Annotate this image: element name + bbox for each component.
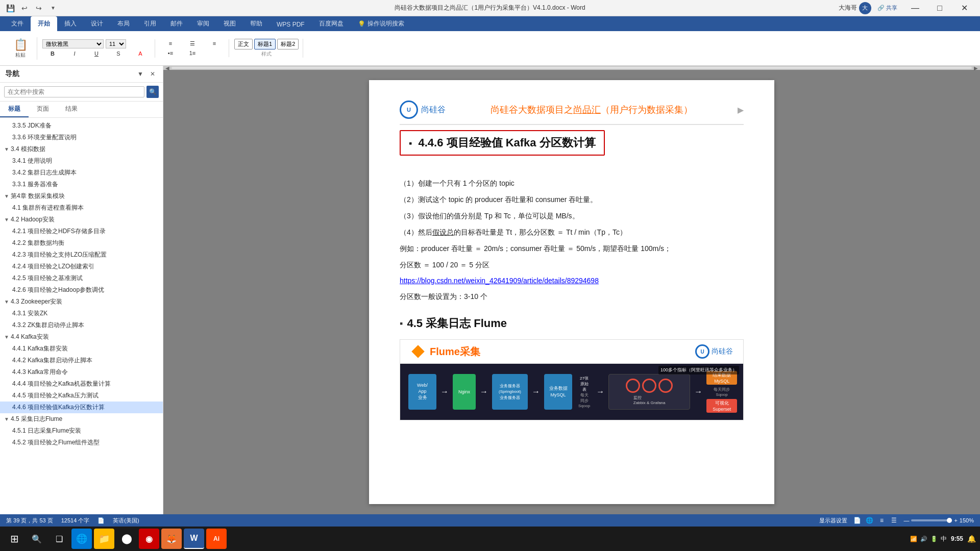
nav-item-445[interactable]: 4.4.5 项目经验之Kafka压力测试 <box>0 390 163 402</box>
close-button[interactable]: ✕ <box>952 0 976 16</box>
nav-item-34[interactable]: ▼3.4 模拟数据 <box>0 143 163 155</box>
tab-baidu[interactable]: 百度网盘 <box>312 16 351 31</box>
font-size-select[interactable]: 11 <box>106 39 126 48</box>
document-scroll-container[interactable]: U 尚硅谷 尚硅谷大数据项目之尚品汇（用户行为数据采集） ▶ ▪ 4.4.6 <box>163 70 980 514</box>
tab-insert[interactable]: 插入 <box>57 16 84 31</box>
minimize-button[interactable]: — <box>903 0 927 16</box>
nav-item-443[interactable]: 4.4.3 Kafka常用命令 <box>0 366 163 378</box>
taskbar-ai-icon[interactable]: Ai <box>206 529 227 549</box>
taskbar-word-icon[interactable]: W <box>184 529 204 549</box>
strikethrough-button[interactable]: S <box>108 49 129 58</box>
style-heading1[interactable]: 标题1 <box>254 39 276 49</box>
tab-file[interactable]: 文件 <box>4 16 31 31</box>
search-button[interactable]: 🔍 <box>146 86 159 98</box>
search-input[interactable] <box>4 86 144 97</box>
font-family-select[interactable]: 微软雅黑 <box>42 39 104 48</box>
nav-item-422[interactable]: 4.2.2 集群数据均衡 <box>0 237 163 249</box>
system-time[interactable]: 9:55 <box>951 535 963 542</box>
notification-icon[interactable]: 🔔 <box>967 535 976 543</box>
nav-item-423[interactable]: 4.2.3 项目经验之支持LZO压缩配置 <box>0 249 163 261</box>
nav-item-335[interactable]: 3.3.5 JDK准备 <box>0 120 163 132</box>
align-left-button[interactable]: ≡ <box>160 39 181 48</box>
nav-item-441[interactable]: 4.4.1 Kafka集群安装 <box>0 343 163 355</box>
tab-view[interactable]: 视图 <box>216 16 243 31</box>
nav-item-342[interactable]: 3.4.2 集群日志生成脚本 <box>0 167 163 179</box>
csdn-link[interactable]: https://blog.csdn.net/weixin_42641909/ar… <box>400 277 599 285</box>
underline-button[interactable]: U <box>86 49 107 58</box>
scroll-right-icon[interactable]: ▶ <box>738 105 744 115</box>
style-heading2[interactable]: 标题2 <box>277 39 299 49</box>
tray-battery-icon[interactable]: 🔋 <box>930 536 938 542</box>
italic-button[interactable]: I <box>64 49 85 58</box>
sidebar-close-button[interactable]: ✕ <box>148 69 158 79</box>
nav-item-41[interactable]: 4.1 集群所有进程查看脚本 <box>0 202 163 214</box>
save-button[interactable]: 💾 <box>4 2 16 14</box>
nav-item-432[interactable]: 4.3.2 ZK集群启动停止脚本 <box>0 319 163 331</box>
nav-item-421[interactable]: 4.2.1 项目经验之HDFS存储多目录 <box>0 226 163 237</box>
zoom-out-button[interactable]: — <box>903 517 909 523</box>
sidebar-expand-button[interactable]: ▼ <box>135 69 145 79</box>
nav-item-45[interactable]: ▼4.5 采集日志Flume <box>0 413 163 425</box>
zoom-slider[interactable] <box>911 519 952 521</box>
tray-volume-icon[interactable]: 🔊 <box>920 536 927 542</box>
view-web-button[interactable]: 🌐 <box>864 516 875 525</box>
nav-item-44[interactable]: ▼4.4 Kafka安装 <box>0 331 163 343</box>
maximize-button[interactable]: □ <box>928 0 951 16</box>
nav-item-442[interactable]: 4.4.2 Kafka集群启动停止脚本 <box>0 355 163 366</box>
task-view-button[interactable]: ❑ <box>49 529 69 549</box>
style-normal[interactable]: 正文 <box>234 39 253 49</box>
nav-item-43[interactable]: ▼4.3 Zookeeper安装 <box>0 296 163 308</box>
align-right-button[interactable]: ≡ <box>204 39 225 48</box>
tab-results[interactable]: 结果 <box>57 102 86 117</box>
nav-item-331[interactable]: 3.3.1 服务器准备 <box>0 179 163 190</box>
tab-help[interactable]: 帮助 <box>243 16 270 31</box>
more-button[interactable]: ▼ <box>47 2 59 14</box>
numbered-list-button[interactable]: 1≡ <box>182 49 203 57</box>
tab-wps[interactable]: WPS PDF <box>270 18 312 31</box>
display-settings[interactable]: 显示器设置 <box>819 517 847 524</box>
nav-item-426[interactable]: 4.2.6 项目经验之Hadoop参数调优 <box>0 284 163 296</box>
tab-design[interactable]: 设计 <box>84 16 110 31</box>
nav-item-42[interactable]: ▼4.2 Hadoop安装 <box>0 214 163 226</box>
user-menu-button[interactable]: 大海哥 大 <box>839 2 871 14</box>
nav-item-425[interactable]: 4.2.5 项目经验之基准测试 <box>0 272 163 284</box>
tab-layout[interactable]: 布局 <box>110 16 137 31</box>
font-color-button[interactable]: A <box>130 49 151 58</box>
tab-mailings[interactable]: 邮件 <box>163 16 190 31</box>
paste-button[interactable]: 📋 粘贴 <box>8 37 33 60</box>
redo-button[interactable]: ↪ <box>33 2 45 14</box>
tab-review[interactable]: 审阅 <box>190 16 216 31</box>
taskbar-chrome-icon[interactable]: ⬤ <box>116 529 137 549</box>
tab-pages[interactable]: 页面 <box>29 102 57 117</box>
taskbar-explorer-icon[interactable]: 📁 <box>94 529 114 549</box>
share-button[interactable]: 🔗 共享 <box>877 4 897 12</box>
view-outline-button[interactable]: ☰ <box>888 516 899 525</box>
align-center-button[interactable]: ☰ <box>182 39 203 48</box>
nav-item-444[interactable]: 4.4.4 项目经验之Kafka机器数量计算 <box>0 378 163 390</box>
view-print-button[interactable]: 📄 <box>851 516 863 525</box>
tray-ime-icon[interactable]: 中 <box>941 535 947 543</box>
search-button-taskbar[interactable]: 🔍 <box>27 529 47 549</box>
nav-item-452[interactable]: 4.5.2 项目经验之Flume组件选型 <box>0 437 163 448</box>
nav-item-336[interactable]: 3.3.6 环境变量配置说明 <box>0 132 163 143</box>
nav-item-ch4[interactable]: ▼第4章 数据采集模块 <box>0 190 163 202</box>
view-read-button[interactable]: ≡ <box>876 516 887 525</box>
taskbar-app5[interactable]: ◉ <box>139 529 159 549</box>
zoom-in-button[interactable]: + <box>954 517 957 523</box>
start-button[interactable]: ⊞ <box>4 529 24 549</box>
undo-button[interactable]: ↩ <box>18 2 31 14</box>
bullet-list-button[interactable]: •≡ <box>160 49 181 57</box>
tab-references[interactable]: 引用 <box>137 16 163 31</box>
nav-item-341[interactable]: 3.4.1 使用说明 <box>0 155 163 167</box>
nav-item-446[interactable]: 4.4.6 项目经验值Kafka分区数计算 <box>0 402 163 413</box>
tab-headings[interactable]: 标题 <box>0 102 29 117</box>
taskbar-edge-icon[interactable]: 🌐 <box>71 529 92 549</box>
taskbar-app6[interactable]: 🦊 <box>161 529 182 549</box>
nav-item-431[interactable]: 4.3.1 安装ZK <box>0 308 163 319</box>
bold-button[interactable]: B <box>42 49 63 58</box>
tab-home[interactable]: 开始 <box>31 16 57 31</box>
tray-network-icon[interactable]: 📶 <box>910 536 917 542</box>
nav-item-451[interactable]: 4.5.1 日志采集Flume安装 <box>0 425 163 437</box>
nav-item-424[interactable]: 4.2.4 项目经验之LZO创建索引 <box>0 261 163 272</box>
tab-search[interactable]: 💡操作说明搜索 <box>351 16 411 31</box>
